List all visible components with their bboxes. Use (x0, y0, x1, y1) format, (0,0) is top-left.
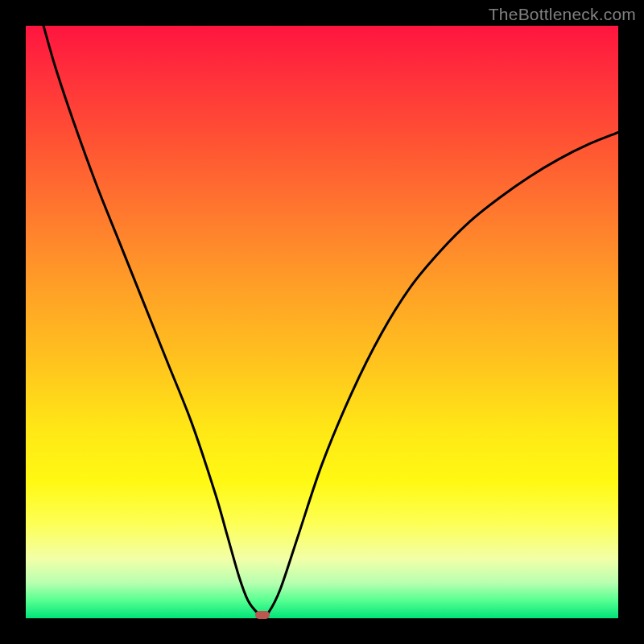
curve-path (43, 26, 618, 616)
minimum-marker (255, 611, 270, 619)
watermark-text: TheBottleneck.com (489, 5, 636, 24)
plot-area (26, 26, 618, 618)
chart-frame: TheBottleneck.com (0, 0, 644, 644)
curve-svg (26, 26, 618, 618)
